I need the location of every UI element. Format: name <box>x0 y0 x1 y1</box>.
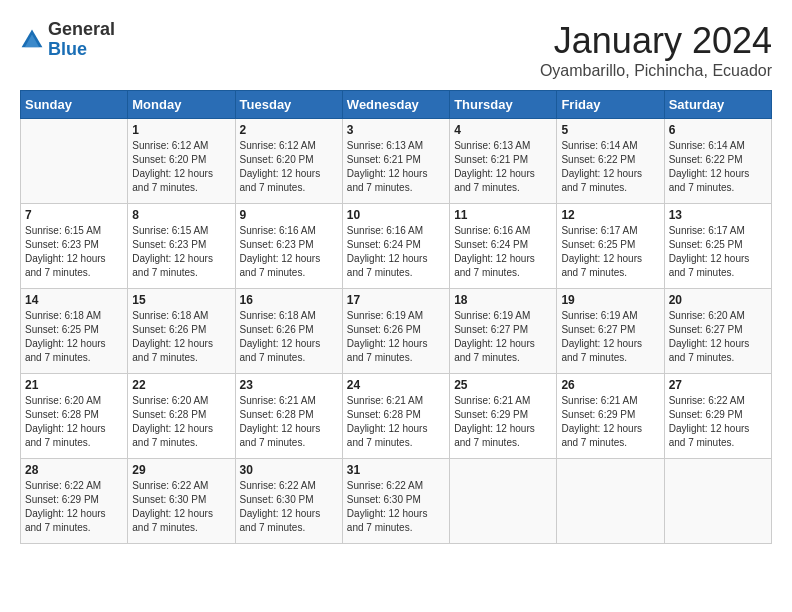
day-info: Sunrise: 6:22 AM Sunset: 6:29 PM Dayligh… <box>669 394 767 450</box>
calendar-cell: 27Sunrise: 6:22 AM Sunset: 6:29 PM Dayli… <box>664 374 771 459</box>
day-info: Sunrise: 6:19 AM Sunset: 6:27 PM Dayligh… <box>561 309 659 365</box>
day-number: 12 <box>561 208 659 222</box>
day-number: 30 <box>240 463 338 477</box>
calendar-cell: 26Sunrise: 6:21 AM Sunset: 6:29 PM Dayli… <box>557 374 664 459</box>
day-number: 13 <box>669 208 767 222</box>
calendar-cell <box>21 119 128 204</box>
title-block: January 2024 Oyambarillo, Pichincha, Ecu… <box>540 20 772 80</box>
day-number: 31 <box>347 463 445 477</box>
calendar-cell: 19Sunrise: 6:19 AM Sunset: 6:27 PM Dayli… <box>557 289 664 374</box>
calendar-cell: 25Sunrise: 6:21 AM Sunset: 6:29 PM Dayli… <box>450 374 557 459</box>
logo-icon <box>20 28 44 52</box>
day-number: 27 <box>669 378 767 392</box>
day-number: 5 <box>561 123 659 137</box>
day-info: Sunrise: 6:13 AM Sunset: 6:21 PM Dayligh… <box>347 139 445 195</box>
calendar-cell: 31Sunrise: 6:22 AM Sunset: 6:30 PM Dayli… <box>342 459 449 544</box>
day-number: 20 <box>669 293 767 307</box>
calendar-cell: 23Sunrise: 6:21 AM Sunset: 6:28 PM Dayli… <box>235 374 342 459</box>
col-tuesday: Tuesday <box>235 91 342 119</box>
day-info: Sunrise: 6:15 AM Sunset: 6:23 PM Dayligh… <box>25 224 123 280</box>
day-number: 26 <box>561 378 659 392</box>
calendar-cell: 10Sunrise: 6:16 AM Sunset: 6:24 PM Dayli… <box>342 204 449 289</box>
day-number: 7 <box>25 208 123 222</box>
day-info: Sunrise: 6:16 AM Sunset: 6:24 PM Dayligh… <box>454 224 552 280</box>
day-info: Sunrise: 6:17 AM Sunset: 6:25 PM Dayligh… <box>561 224 659 280</box>
calendar-cell: 13Sunrise: 6:17 AM Sunset: 6:25 PM Dayli… <box>664 204 771 289</box>
calendar-cell: 1Sunrise: 6:12 AM Sunset: 6:20 PM Daylig… <box>128 119 235 204</box>
day-number: 9 <box>240 208 338 222</box>
day-info: Sunrise: 6:14 AM Sunset: 6:22 PM Dayligh… <box>669 139 767 195</box>
calendar-cell: 12Sunrise: 6:17 AM Sunset: 6:25 PM Dayli… <box>557 204 664 289</box>
calendar-cell: 30Sunrise: 6:22 AM Sunset: 6:30 PM Dayli… <box>235 459 342 544</box>
day-number: 1 <box>132 123 230 137</box>
day-number: 11 <box>454 208 552 222</box>
day-number: 25 <box>454 378 552 392</box>
day-number: 6 <box>669 123 767 137</box>
calendar-cell: 14Sunrise: 6:18 AM Sunset: 6:25 PM Dayli… <box>21 289 128 374</box>
calendar-cell: 28Sunrise: 6:22 AM Sunset: 6:29 PM Dayli… <box>21 459 128 544</box>
calendar-table: Sunday Monday Tuesday Wednesday Thursday… <box>20 90 772 544</box>
day-number: 8 <box>132 208 230 222</box>
day-info: Sunrise: 6:18 AM Sunset: 6:25 PM Dayligh… <box>25 309 123 365</box>
logo: General Blue <box>20 20 115 60</box>
calendar-week-2: 7Sunrise: 6:15 AM Sunset: 6:23 PM Daylig… <box>21 204 772 289</box>
day-number: 3 <box>347 123 445 137</box>
day-info: Sunrise: 6:19 AM Sunset: 6:26 PM Dayligh… <box>347 309 445 365</box>
day-number: 22 <box>132 378 230 392</box>
calendar-cell: 29Sunrise: 6:22 AM Sunset: 6:30 PM Dayli… <box>128 459 235 544</box>
day-info: Sunrise: 6:22 AM Sunset: 6:30 PM Dayligh… <box>347 479 445 535</box>
day-info: Sunrise: 6:18 AM Sunset: 6:26 PM Dayligh… <box>240 309 338 365</box>
day-number: 15 <box>132 293 230 307</box>
day-info: Sunrise: 6:18 AM Sunset: 6:26 PM Dayligh… <box>132 309 230 365</box>
calendar-cell: 16Sunrise: 6:18 AM Sunset: 6:26 PM Dayli… <box>235 289 342 374</box>
col-sunday: Sunday <box>21 91 128 119</box>
calendar-cell: 8Sunrise: 6:15 AM Sunset: 6:23 PM Daylig… <box>128 204 235 289</box>
calendar-cell: 15Sunrise: 6:18 AM Sunset: 6:26 PM Dayli… <box>128 289 235 374</box>
day-info: Sunrise: 6:20 AM Sunset: 6:28 PM Dayligh… <box>25 394 123 450</box>
col-wednesday: Wednesday <box>342 91 449 119</box>
calendar-week-5: 28Sunrise: 6:22 AM Sunset: 6:29 PM Dayli… <box>21 459 772 544</box>
day-info: Sunrise: 6:14 AM Sunset: 6:22 PM Dayligh… <box>561 139 659 195</box>
day-info: Sunrise: 6:13 AM Sunset: 6:21 PM Dayligh… <box>454 139 552 195</box>
calendar-cell: 3Sunrise: 6:13 AM Sunset: 6:21 PM Daylig… <box>342 119 449 204</box>
calendar-cell: 6Sunrise: 6:14 AM Sunset: 6:22 PM Daylig… <box>664 119 771 204</box>
calendar-cell: 11Sunrise: 6:16 AM Sunset: 6:24 PM Dayli… <box>450 204 557 289</box>
day-info: Sunrise: 6:19 AM Sunset: 6:27 PM Dayligh… <box>454 309 552 365</box>
day-info: Sunrise: 6:20 AM Sunset: 6:27 PM Dayligh… <box>669 309 767 365</box>
day-info: Sunrise: 6:21 AM Sunset: 6:29 PM Dayligh… <box>454 394 552 450</box>
col-thursday: Thursday <box>450 91 557 119</box>
day-info: Sunrise: 6:22 AM Sunset: 6:30 PM Dayligh… <box>132 479 230 535</box>
calendar-cell: 9Sunrise: 6:16 AM Sunset: 6:23 PM Daylig… <box>235 204 342 289</box>
calendar-week-1: 1Sunrise: 6:12 AM Sunset: 6:20 PM Daylig… <box>21 119 772 204</box>
day-info: Sunrise: 6:20 AM Sunset: 6:28 PM Dayligh… <box>132 394 230 450</box>
day-number: 18 <box>454 293 552 307</box>
calendar-cell: 24Sunrise: 6:21 AM Sunset: 6:28 PM Dayli… <box>342 374 449 459</box>
calendar-cell <box>664 459 771 544</box>
day-info: Sunrise: 6:12 AM Sunset: 6:20 PM Dayligh… <box>132 139 230 195</box>
col-saturday: Saturday <box>664 91 771 119</box>
calendar-week-4: 21Sunrise: 6:20 AM Sunset: 6:28 PM Dayli… <box>21 374 772 459</box>
day-info: Sunrise: 6:16 AM Sunset: 6:24 PM Dayligh… <box>347 224 445 280</box>
calendar-cell: 20Sunrise: 6:20 AM Sunset: 6:27 PM Dayli… <box>664 289 771 374</box>
calendar-cell <box>557 459 664 544</box>
col-monday: Monday <box>128 91 235 119</box>
calendar-cell: 22Sunrise: 6:20 AM Sunset: 6:28 PM Dayli… <box>128 374 235 459</box>
day-number: 16 <box>240 293 338 307</box>
month-title: January 2024 <box>540 20 772 62</box>
day-info: Sunrise: 6:16 AM Sunset: 6:23 PM Dayligh… <box>240 224 338 280</box>
calendar-cell: 17Sunrise: 6:19 AM Sunset: 6:26 PM Dayli… <box>342 289 449 374</box>
calendar-cell: 5Sunrise: 6:14 AM Sunset: 6:22 PM Daylig… <box>557 119 664 204</box>
day-number: 28 <box>25 463 123 477</box>
day-number: 10 <box>347 208 445 222</box>
day-number: 4 <box>454 123 552 137</box>
col-friday: Friday <box>557 91 664 119</box>
calendar-cell <box>450 459 557 544</box>
day-info: Sunrise: 6:21 AM Sunset: 6:28 PM Dayligh… <box>347 394 445 450</box>
day-number: 24 <box>347 378 445 392</box>
location-subtitle: Oyambarillo, Pichincha, Ecuador <box>540 62 772 80</box>
day-info: Sunrise: 6:22 AM Sunset: 6:30 PM Dayligh… <box>240 479 338 535</box>
day-info: Sunrise: 6:21 AM Sunset: 6:29 PM Dayligh… <box>561 394 659 450</box>
day-number: 19 <box>561 293 659 307</box>
day-info: Sunrise: 6:22 AM Sunset: 6:29 PM Dayligh… <box>25 479 123 535</box>
calendar-cell: 4Sunrise: 6:13 AM Sunset: 6:21 PM Daylig… <box>450 119 557 204</box>
